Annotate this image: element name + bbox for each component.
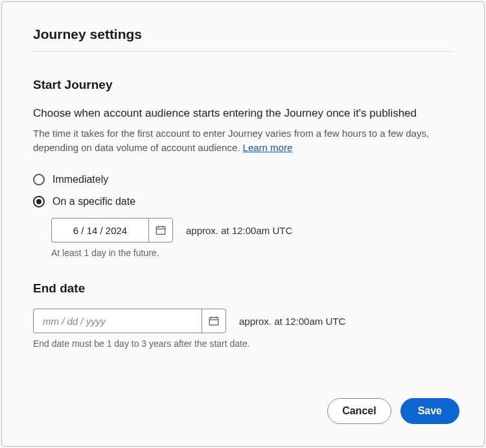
end-date-calendar-button[interactable] — [202, 309, 226, 333]
start-journey-section: Start Journey Choose when account audien… — [33, 78, 453, 258]
calendar-icon — [208, 315, 220, 327]
radio-icon-selected — [33, 196, 45, 207]
end-date-help: End date must be 1 day to 3 years after … — [33, 338, 453, 349]
radio-option-specific-date[interactable]: On a specific date — [33, 196, 453, 207]
save-button[interactable]: Save — [400, 398, 459, 424]
end-date-block: mm / dd / yyyy approx. at 12:00am UTC En… — [33, 309, 453, 349]
end-date-field[interactable]: mm / dd / yyyy — [33, 309, 226, 333]
end-date-input[interactable]: mm / dd / yyyy — [33, 309, 202, 333]
start-date-calendar-button[interactable] — [148, 218, 173, 242]
dialog-buttons: Cancel Save — [327, 398, 459, 424]
end-date-row: mm / dd / yyyy approx. at 12:00am UTC — [33, 309, 453, 333]
end-approx-label: approx. at 12:00am UTC — [239, 316, 345, 327]
svg-rect-10 — [209, 318, 218, 325]
journey-settings-dialog: Journey settings Start Journey Choose wh… — [1, 1, 485, 447]
cancel-button[interactable]: Cancel — [327, 398, 391, 424]
start-section-help: The time it takes for the first account … — [33, 126, 453, 155]
help-text: The time it takes for the first account … — [33, 128, 429, 153]
end-section-title: End date — [33, 281, 453, 296]
start-date-input[interactable]: 6 / 14 / 2024 — [51, 218, 148, 242]
radio-icon — [33, 174, 45, 185]
learn-more-link[interactable]: Learn more — [243, 142, 293, 153]
svg-rect-0 — [156, 227, 165, 235]
start-date-field[interactable]: 6 / 14 / 2024 — [51, 218, 173, 242]
start-date-help: At least 1 day in the future. — [51, 248, 453, 258]
start-section-subtitle: Choose when account audience starts ente… — [33, 106, 453, 121]
radio-dot-icon — [36, 199, 41, 204]
start-date-row: 6 / 14 / 2024 — [51, 218, 453, 242]
divider — [33, 51, 453, 52]
start-date-block: 6 / 14 / 2024 — [51, 218, 453, 258]
radio-label-specific: On a specific date — [52, 196, 135, 207]
dialog-title: Journey settings — [33, 27, 453, 42]
radio-label-immediately: Immediately — [52, 174, 108, 185]
start-approx-label: approx. at 12:00am UTC — [186, 225, 292, 236]
radio-option-immediately[interactable]: Immediately — [33, 174, 453, 185]
calendar-icon — [155, 224, 167, 236]
end-date-section: End date mm / dd / yyyy approx. at 12:00… — [33, 281, 453, 349]
start-section-title: Start Journey — [33, 78, 453, 92]
